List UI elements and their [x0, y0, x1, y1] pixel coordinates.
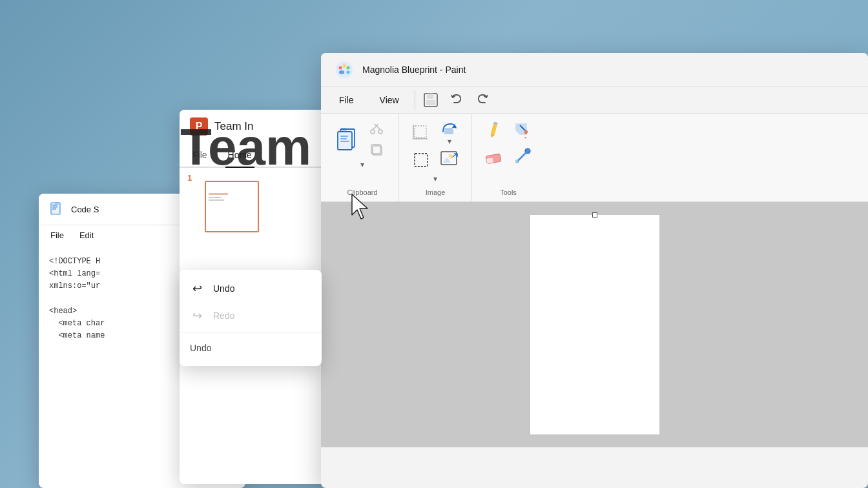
- svg-rect-1: [52, 205, 57, 206]
- context-menu: ↩ Undo ↪ Redo Undo: [180, 270, 322, 366]
- notepad-title: Code S: [71, 205, 99, 214]
- svg-point-25: [378, 130, 382, 134]
- ppt-tabs: File Home: [180, 143, 335, 168]
- svg-rect-2: [52, 207, 57, 208]
- tools-label: Tools: [500, 186, 517, 196]
- notepad-app-icon: [49, 201, 65, 217]
- save-button[interactable]: [418, 87, 444, 113]
- svg-point-24: [371, 130, 375, 134]
- svg-rect-3: [52, 208, 56, 210]
- ppt-slide-thumbnail: [205, 181, 259, 232]
- svg-rect-17: [426, 100, 435, 105]
- eyedropper-button[interactable]: [511, 145, 534, 168]
- svg-point-34: [449, 154, 453, 158]
- desktop: Code S File Edit <!DOCTYPE H <html lang=…: [0, 0, 868, 488]
- context-menu-separator: [180, 332, 322, 332]
- notepad-menu-file[interactable]: File: [44, 228, 70, 243]
- paint-canvas[interactable]: [530, 215, 659, 434]
- context-menu-footer: Undo: [180, 335, 322, 361]
- ppt-title: Team In: [214, 120, 253, 133]
- paint-undo-button[interactable]: [444, 87, 470, 113]
- svg-point-9: [336, 61, 353, 78]
- clipboard-expand-chevron[interactable]: ▾: [360, 160, 364, 169]
- ribbon-group-image: ▾: [399, 114, 472, 201]
- paint-menu-separator: [415, 90, 415, 110]
- ppt-app-icon: P: [190, 117, 208, 136]
- canvas-resize-handle[interactable]: [592, 212, 597, 218]
- svg-rect-5: [206, 190, 258, 223]
- paint-menu-view[interactable]: View: [367, 90, 412, 110]
- paint-menu-file[interactable]: File: [326, 90, 367, 110]
- paste-button[interactable]: [336, 127, 360, 150]
- undo-label: Undo: [213, 283, 234, 294]
- ppt-tab-file[interactable]: File: [190, 143, 210, 167]
- paint-app-icon: [334, 59, 355, 80]
- svg-point-43: [515, 159, 519, 163]
- redo-icon: ↪: [190, 309, 204, 323]
- select-expand-chevron[interactable]: ▾: [433, 174, 437, 183]
- pencil-button[interactable]: [482, 119, 506, 142]
- svg-rect-4: [55, 202, 59, 205]
- resize-button[interactable]: [438, 148, 461, 172]
- svg-rect-8: [209, 199, 224, 201]
- svg-point-13: [347, 66, 350, 70]
- context-menu-redo: ↪ Redo: [180, 302, 322, 329]
- svg-rect-32: [415, 154, 428, 167]
- paint-redo-button[interactable]: [470, 87, 495, 113]
- ribbon-group-tools: Tools: [472, 114, 544, 201]
- cut-button[interactable]: [365, 119, 388, 137]
- ribbon-group-clipboard: ▾ Clipboard: [326, 114, 399, 201]
- ppt-tab-home[interactable]: Home: [225, 143, 254, 168]
- svg-rect-23: [340, 141, 349, 142]
- rotate-expand-chevron[interactable]: ▾: [448, 137, 451, 146]
- svg-rect-30: [415, 126, 426, 137]
- rotate-button[interactable]: [438, 119, 461, 137]
- svg-point-10: [339, 70, 344, 74]
- ppt-slide-number: 1: [180, 173, 335, 240]
- notepad-menu-edit[interactable]: Edit: [73, 228, 100, 243]
- paint-titlebar: Magnolia Blueprint - Paint: [321, 53, 868, 87]
- svg-rect-21: [340, 136, 348, 137]
- svg-rect-16: [427, 94, 433, 99]
- svg-line-42: [519, 153, 526, 160]
- svg-rect-6: [209, 193, 228, 195]
- svg-point-11: [339, 66, 342, 70]
- image-label: Image: [426, 186, 446, 196]
- paint-ribbon: ▾ Clipboard: [321, 114, 868, 202]
- clipboard-label: Clipboard: [347, 186, 377, 196]
- paint-canvas-area[interactable]: [321, 202, 868, 447]
- svg-rect-31: [444, 128, 453, 134]
- redo-label: Redo: [213, 310, 234, 321]
- eraser-button[interactable]: [482, 145, 506, 168]
- copy-button[interactable]: [365, 139, 388, 158]
- svg-rect-22: [340, 138, 347, 139]
- paint-window: Magnolia Blueprint - Paint File View: [321, 53, 868, 488]
- svg-rect-7: [209, 197, 222, 198]
- undo-icon: ↩: [190, 281, 204, 296]
- context-menu-undo[interactable]: ↩ Undo: [180, 275, 322, 302]
- fill-button[interactable]: [511, 119, 534, 142]
- svg-rect-20: [340, 128, 347, 131]
- svg-point-12: [343, 65, 346, 68]
- paint-menubar: File View: [321, 87, 868, 114]
- svg-point-14: [347, 71, 350, 74]
- select-button[interactable]: [409, 148, 433, 172]
- ppt-titlebar: P Team In: [180, 110, 335, 143]
- paint-title: Magnolia Blueprint - Paint: [362, 65, 855, 75]
- crop-button[interactable]: [409, 121, 433, 144]
